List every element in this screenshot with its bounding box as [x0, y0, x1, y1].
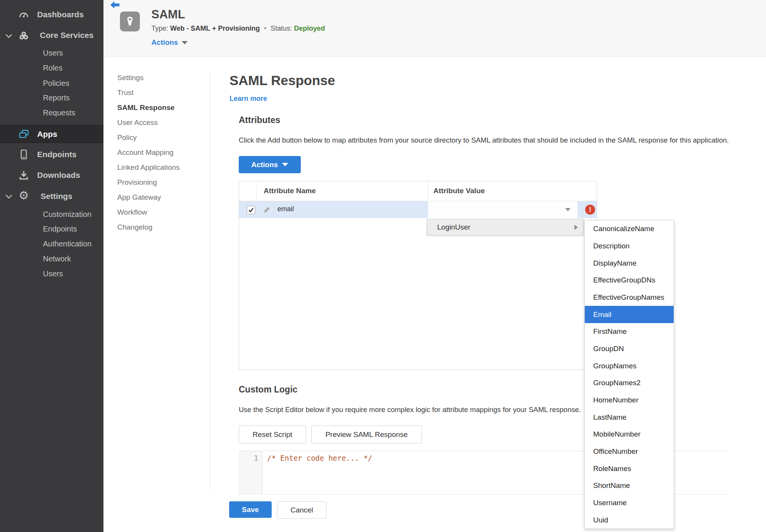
tab-saml-response[interactable]: SAML Response — [117, 103, 175, 112]
custom-logic-heading: Custom Logic — [239, 384, 297, 395]
tab-app-gateway[interactable]: App Gateway — [117, 193, 161, 202]
cancel-label: Cancel — [290, 506, 313, 514]
actions-button-label: Actions — [251, 161, 278, 169]
attributes-description: Click the Add button below to map attrib… — [239, 136, 729, 144]
sidebar-item-policies[interactable]: Policies — [0, 76, 103, 90]
tab-account-mapping[interactable]: Account Mapping — [117, 148, 174, 157]
menu-item-rolenames[interactable]: RoleNames — [585, 460, 674, 477]
back-arrow-icon[interactable] — [110, 1, 120, 10]
sidebar-subitem-label: Requests — [43, 108, 75, 117]
medal-icon — [123, 15, 137, 28]
sidebar-item-network[interactable]: Network — [0, 251, 103, 266]
sidebar-item-users[interactable]: Users — [0, 46, 103, 60]
chevron-down-icon — [282, 163, 288, 166]
tab-trust[interactable]: Trust — [117, 89, 134, 97]
edit-pencil-icon[interactable] — [263, 206, 271, 213]
menu-item-homenumber[interactable]: HomeNumber — [585, 392, 674, 409]
attributes-actions-button[interactable]: Actions — [239, 156, 301, 173]
sidebar-subitem-label: Reports — [43, 94, 70, 102]
menu-item-effectivegroupnames[interactable]: EffectiveGroupNames — [585, 289, 674, 306]
sidebar-item-downloads[interactable]: Downloads — [0, 166, 103, 184]
row-checkbox[interactable] — [247, 206, 255, 214]
sidebar-item-reports[interactable]: Reports — [0, 90, 103, 105]
device-icon — [18, 148, 30, 161]
menu-item-shortname[interactable]: ShortName — [585, 477, 674, 494]
error-icon: ! — [585, 205, 595, 215]
editor-line-number: 1 — [239, 451, 262, 494]
sidebar-item-roles[interactable]: Roles — [0, 61, 103, 75]
tab-policy[interactable]: Policy — [117, 133, 137, 142]
sidebar-item-label: Apps — [37, 130, 57, 139]
value-dropdown-submenu: CanonicalizeName Description DisplayName… — [584, 220, 674, 529]
chevron-down-icon[interactable] — [5, 32, 13, 40]
chevron-down-icon — [565, 208, 571, 211]
type-label: Type: — [151, 25, 168, 32]
sidebar-item-customization[interactable]: Customization — [0, 207, 103, 222]
sidebar-subitem-label: Endpoints — [43, 225, 77, 233]
menu-item-firstname[interactable]: FirstName — [585, 323, 674, 340]
chevron-down-icon[interactable] — [5, 192, 13, 201]
menu-item-groupnames2[interactable]: GroupNames2 — [585, 374, 674, 392]
page-app-title: SAML — [151, 8, 185, 21]
menu-item-groupnames[interactable]: GroupNames — [585, 357, 674, 374]
tab-changelog[interactable]: Changelog — [117, 223, 153, 232]
app-logo — [120, 11, 140, 31]
sidebar-item-settings[interactable]: ⚙ Settings — [0, 187, 103, 205]
sidebar-subitem-label: Users — [43, 49, 63, 57]
tab-workflow[interactable]: Workflow — [117, 208, 147, 217]
sidebar-item-requests[interactable]: Requests — [0, 105, 103, 120]
save-label: Save — [242, 506, 259, 514]
table-row[interactable]: email ! — [239, 201, 597, 218]
preview-saml-response-button[interactable]: Preview SAML Response — [311, 425, 422, 443]
menu-item-mobilenumber[interactable]: MobileNumber — [585, 426, 674, 443]
sidebar-item-settings-endpoints[interactable]: Endpoints — [0, 222, 103, 236]
menu-item-officenumber[interactable]: OfficeNumber — [585, 443, 674, 460]
menu-item-groupdn[interactable]: GroupDN — [585, 340, 674, 358]
column-header-attribute-name: Attribute Name — [264, 187, 316, 195]
attributes-heading: Attributes — [239, 115, 280, 125]
app-window: Dashboards Core Services Users Roles Pol… — [0, 0, 766, 532]
attribute-value-combobox[interactable] — [428, 201, 577, 218]
chevron-right-icon — [574, 225, 578, 230]
menu-item-email[interactable]: Email — [585, 306, 674, 323]
menu-item-username[interactable]: Username — [585, 494, 674, 512]
tab-user-access[interactable]: User Access — [117, 118, 158, 127]
menu-item-effectivegroupdns[interactable]: EffectiveGroupDNs — [585, 272, 674, 289]
editor-code[interactable]: /* Enter code here... */ — [267, 454, 372, 462]
header-actions-menu[interactable]: Actions — [151, 38, 188, 47]
apps-icon — [18, 128, 30, 140]
save-button[interactable]: Save — [229, 501, 272, 518]
gear-icon: ⚙ — [18, 189, 30, 202]
preview-saml-response-label: Preview SAML Response — [325, 430, 408, 439]
attributes-table: Attribute Name Attribute Value email ! — [239, 181, 597, 370]
content-divider — [210, 73, 210, 490]
tab-settings[interactable]: Settings — [117, 74, 144, 82]
sidebar-item-dashboards[interactable]: Dashboards — [0, 5, 103, 24]
download-icon — [18, 169, 30, 181]
status-label: Status: — [271, 25, 292, 32]
learn-more-link[interactable]: Learn more — [230, 95, 267, 103]
sidebar-item-endpoints[interactable]: Endpoints — [0, 146, 103, 163]
sidebar-item-label: Endpoints — [37, 150, 77, 159]
sidebar-item-authentication[interactable]: Authentication — [0, 236, 103, 251]
cancel-button[interactable]: Cancel — [277, 501, 326, 519]
value-dropdown-root-item[interactable]: LoginUser — [427, 219, 584, 235]
menu-item-canonicalizename[interactable]: CanonicalizeName — [585, 220, 674, 238]
sidebar-subitem-label: Customization — [43, 210, 92, 219]
menu-item-lastname[interactable]: LastName — [585, 409, 674, 426]
sidebar-item-core-services[interactable]: Core Services — [0, 26, 103, 44]
sidebar-subitem-label: Authentication — [43, 240, 92, 248]
sidebar-item-settings-users[interactable]: Users — [0, 266, 103, 281]
reset-script-button[interactable]: Reset Script — [239, 425, 306, 443]
menu-item-uuid[interactable]: Uuid — [585, 511, 674, 529]
check-icon — [248, 207, 254, 213]
column-header-attribute-value: Attribute Value — [433, 187, 485, 195]
sidebar-item-apps[interactable]: Apps — [0, 125, 103, 143]
loginuser-label: LoginUser — [437, 223, 471, 232]
attribute-name-cell: email — [277, 205, 294, 213]
menu-item-displayname[interactable]: DisplayName — [585, 255, 674, 272]
tab-linked-applications[interactable]: Linked Applications — [117, 163, 180, 172]
tab-provisioning[interactable]: Provisioning — [117, 178, 157, 187]
page-title: SAML Response — [230, 73, 335, 88]
menu-item-description[interactable]: Description — [585, 238, 674, 255]
